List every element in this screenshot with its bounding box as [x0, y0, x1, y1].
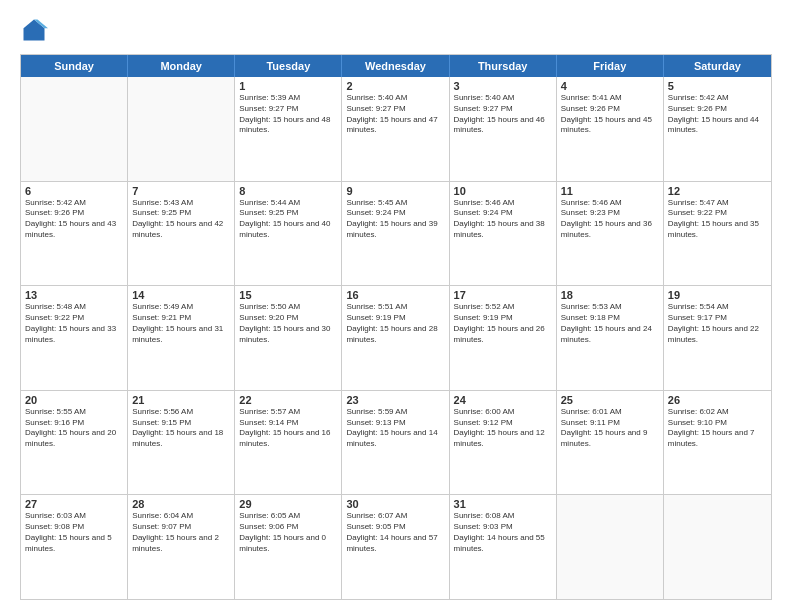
- page-header: [20, 16, 772, 44]
- day-number: 3: [454, 80, 552, 92]
- cal-cell: [21, 77, 128, 181]
- day-number: 24: [454, 394, 552, 406]
- cal-cell: 28Sunrise: 6:04 AM Sunset: 9:07 PM Dayli…: [128, 495, 235, 599]
- cell-info: Sunrise: 5:53 AM Sunset: 9:18 PM Dayligh…: [561, 302, 659, 345]
- day-number: 8: [239, 185, 337, 197]
- cal-header-tuesday: Tuesday: [235, 55, 342, 77]
- cal-cell: 24Sunrise: 6:00 AM Sunset: 9:12 PM Dayli…: [450, 391, 557, 495]
- cal-cell: 21Sunrise: 5:56 AM Sunset: 9:15 PM Dayli…: [128, 391, 235, 495]
- cell-info: Sunrise: 6:05 AM Sunset: 9:06 PM Dayligh…: [239, 511, 337, 554]
- cell-info: Sunrise: 5:51 AM Sunset: 9:19 PM Dayligh…: [346, 302, 444, 345]
- cal-cell: 8Sunrise: 5:44 AM Sunset: 9:25 PM Daylig…: [235, 182, 342, 286]
- cal-cell: 6Sunrise: 5:42 AM Sunset: 9:26 PM Daylig…: [21, 182, 128, 286]
- cal-cell: 19Sunrise: 5:54 AM Sunset: 9:17 PM Dayli…: [664, 286, 771, 390]
- logo: [20, 16, 52, 44]
- cell-info: Sunrise: 5:57 AM Sunset: 9:14 PM Dayligh…: [239, 407, 337, 450]
- day-number: 27: [25, 498, 123, 510]
- cal-cell: 1Sunrise: 5:39 AM Sunset: 9:27 PM Daylig…: [235, 77, 342, 181]
- cell-info: Sunrise: 5:50 AM Sunset: 9:20 PM Dayligh…: [239, 302, 337, 345]
- cal-cell: 12Sunrise: 5:47 AM Sunset: 9:22 PM Dayli…: [664, 182, 771, 286]
- cal-week-3: 13Sunrise: 5:48 AM Sunset: 9:22 PM Dayli…: [21, 286, 771, 391]
- day-number: 15: [239, 289, 337, 301]
- cell-info: Sunrise: 5:55 AM Sunset: 9:16 PM Dayligh…: [25, 407, 123, 450]
- day-number: 30: [346, 498, 444, 510]
- cell-info: Sunrise: 5:42 AM Sunset: 9:26 PM Dayligh…: [25, 198, 123, 241]
- cell-info: Sunrise: 5:49 AM Sunset: 9:21 PM Dayligh…: [132, 302, 230, 345]
- cal-week-2: 6Sunrise: 5:42 AM Sunset: 9:26 PM Daylig…: [21, 182, 771, 287]
- day-number: 28: [132, 498, 230, 510]
- cell-info: Sunrise: 5:41 AM Sunset: 9:26 PM Dayligh…: [561, 93, 659, 136]
- day-number: 22: [239, 394, 337, 406]
- cal-cell: 9Sunrise: 5:45 AM Sunset: 9:24 PM Daylig…: [342, 182, 449, 286]
- cell-info: Sunrise: 5:54 AM Sunset: 9:17 PM Dayligh…: [668, 302, 767, 345]
- cal-cell: [664, 495, 771, 599]
- calendar-header: SundayMondayTuesdayWednesdayThursdayFrid…: [21, 55, 771, 77]
- cal-cell: 7Sunrise: 5:43 AM Sunset: 9:25 PM Daylig…: [128, 182, 235, 286]
- cal-header-sunday: Sunday: [21, 55, 128, 77]
- cal-cell: 29Sunrise: 6:05 AM Sunset: 9:06 PM Dayli…: [235, 495, 342, 599]
- cal-cell: 20Sunrise: 5:55 AM Sunset: 9:16 PM Dayli…: [21, 391, 128, 495]
- day-number: 2: [346, 80, 444, 92]
- cal-cell: 5Sunrise: 5:42 AM Sunset: 9:26 PM Daylig…: [664, 77, 771, 181]
- cal-cell: 18Sunrise: 5:53 AM Sunset: 9:18 PM Dayli…: [557, 286, 664, 390]
- cal-header-friday: Friday: [557, 55, 664, 77]
- cell-info: Sunrise: 6:00 AM Sunset: 9:12 PM Dayligh…: [454, 407, 552, 450]
- day-number: 25: [561, 394, 659, 406]
- cal-cell: 22Sunrise: 5:57 AM Sunset: 9:14 PM Dayli…: [235, 391, 342, 495]
- cal-cell: 31Sunrise: 6:08 AM Sunset: 9:03 PM Dayli…: [450, 495, 557, 599]
- day-number: 18: [561, 289, 659, 301]
- cell-info: Sunrise: 5:39 AM Sunset: 9:27 PM Dayligh…: [239, 93, 337, 136]
- cal-cell: 30Sunrise: 6:07 AM Sunset: 9:05 PM Dayli…: [342, 495, 449, 599]
- cell-info: Sunrise: 5:52 AM Sunset: 9:19 PM Dayligh…: [454, 302, 552, 345]
- day-number: 5: [668, 80, 767, 92]
- cal-cell: 17Sunrise: 5:52 AM Sunset: 9:19 PM Dayli…: [450, 286, 557, 390]
- day-number: 13: [25, 289, 123, 301]
- cell-info: Sunrise: 6:01 AM Sunset: 9:11 PM Dayligh…: [561, 407, 659, 450]
- day-number: 19: [668, 289, 767, 301]
- cell-info: Sunrise: 6:07 AM Sunset: 9:05 PM Dayligh…: [346, 511, 444, 554]
- cal-cell: [128, 77, 235, 181]
- day-number: 10: [454, 185, 552, 197]
- day-number: 14: [132, 289, 230, 301]
- day-number: 4: [561, 80, 659, 92]
- cal-cell: 13Sunrise: 5:48 AM Sunset: 9:22 PM Dayli…: [21, 286, 128, 390]
- day-number: 17: [454, 289, 552, 301]
- cell-info: Sunrise: 6:04 AM Sunset: 9:07 PM Dayligh…: [132, 511, 230, 554]
- cal-cell: 11Sunrise: 5:46 AM Sunset: 9:23 PM Dayli…: [557, 182, 664, 286]
- cell-info: Sunrise: 5:47 AM Sunset: 9:22 PM Dayligh…: [668, 198, 767, 241]
- day-number: 11: [561, 185, 659, 197]
- cal-header-saturday: Saturday: [664, 55, 771, 77]
- cal-cell: 25Sunrise: 6:01 AM Sunset: 9:11 PM Dayli…: [557, 391, 664, 495]
- cell-info: Sunrise: 5:43 AM Sunset: 9:25 PM Dayligh…: [132, 198, 230, 241]
- cell-info: Sunrise: 6:08 AM Sunset: 9:03 PM Dayligh…: [454, 511, 552, 554]
- day-number: 6: [25, 185, 123, 197]
- cell-info: Sunrise: 5:45 AM Sunset: 9:24 PM Dayligh…: [346, 198, 444, 241]
- cal-cell: 15Sunrise: 5:50 AM Sunset: 9:20 PM Dayli…: [235, 286, 342, 390]
- cal-week-1: 1Sunrise: 5:39 AM Sunset: 9:27 PM Daylig…: [21, 77, 771, 182]
- cell-info: Sunrise: 6:02 AM Sunset: 9:10 PM Dayligh…: [668, 407, 767, 450]
- day-number: 9: [346, 185, 444, 197]
- cal-cell: 2Sunrise: 5:40 AM Sunset: 9:27 PM Daylig…: [342, 77, 449, 181]
- cal-cell: 27Sunrise: 6:03 AM Sunset: 9:08 PM Dayli…: [21, 495, 128, 599]
- day-number: 21: [132, 394, 230, 406]
- day-number: 20: [25, 394, 123, 406]
- cell-info: Sunrise: 5:59 AM Sunset: 9:13 PM Dayligh…: [346, 407, 444, 450]
- cal-cell: 4Sunrise: 5:41 AM Sunset: 9:26 PM Daylig…: [557, 77, 664, 181]
- cell-info: Sunrise: 5:46 AM Sunset: 9:24 PM Dayligh…: [454, 198, 552, 241]
- cal-cell: 23Sunrise: 5:59 AM Sunset: 9:13 PM Dayli…: [342, 391, 449, 495]
- cell-info: Sunrise: 5:42 AM Sunset: 9:26 PM Dayligh…: [668, 93, 767, 136]
- svg-marker-0: [24, 20, 45, 41]
- calendar-body: 1Sunrise: 5:39 AM Sunset: 9:27 PM Daylig…: [21, 77, 771, 599]
- cal-cell: 3Sunrise: 5:40 AM Sunset: 9:27 PM Daylig…: [450, 77, 557, 181]
- cal-header-wednesday: Wednesday: [342, 55, 449, 77]
- cal-cell: 10Sunrise: 5:46 AM Sunset: 9:24 PM Dayli…: [450, 182, 557, 286]
- cal-cell: 26Sunrise: 6:02 AM Sunset: 9:10 PM Dayli…: [664, 391, 771, 495]
- day-number: 31: [454, 498, 552, 510]
- day-number: 7: [132, 185, 230, 197]
- cell-info: Sunrise: 5:40 AM Sunset: 9:27 PM Dayligh…: [346, 93, 444, 136]
- cal-header-monday: Monday: [128, 55, 235, 77]
- cell-info: Sunrise: 5:56 AM Sunset: 9:15 PM Dayligh…: [132, 407, 230, 450]
- cell-info: Sunrise: 5:46 AM Sunset: 9:23 PM Dayligh…: [561, 198, 659, 241]
- cell-info: Sunrise: 6:03 AM Sunset: 9:08 PM Dayligh…: [25, 511, 123, 554]
- cal-header-thursday: Thursday: [450, 55, 557, 77]
